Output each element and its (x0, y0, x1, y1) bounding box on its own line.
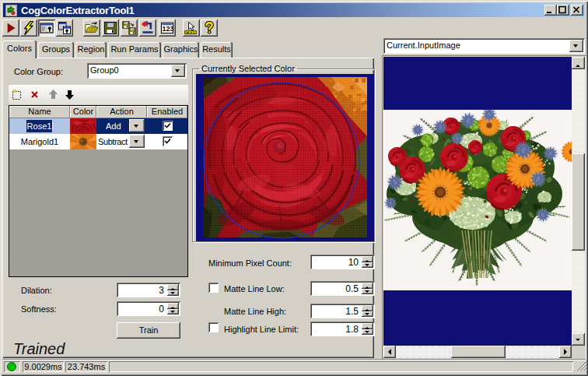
svg-text:123: 123 (163, 25, 174, 33)
